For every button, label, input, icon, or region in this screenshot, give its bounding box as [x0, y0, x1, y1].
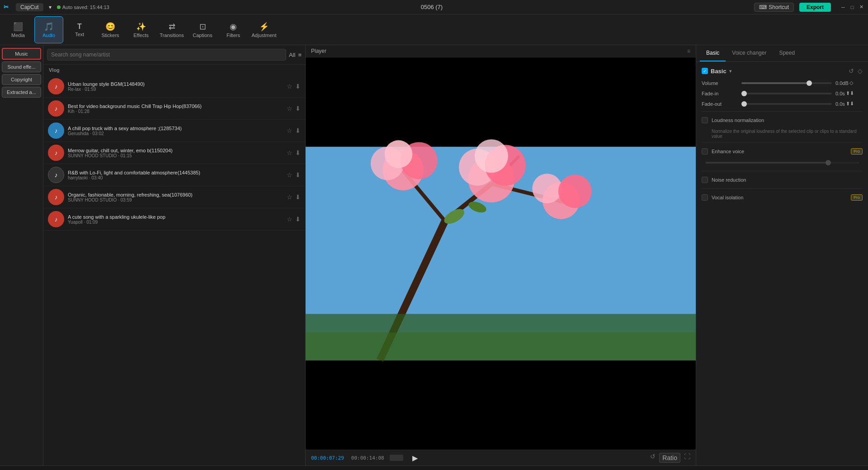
shortcut-button[interactable]: ⌨ Shortcut — [754, 3, 794, 12]
favorite-icon[interactable]: ☆ — [287, 127, 292, 134]
loudness-checkbox[interactable] — [702, 117, 708, 123]
song-thumbnail: ♪ — [48, 100, 64, 117]
song-thumbnail: ♪ — [48, 145, 64, 161]
song-item[interactable]: ♪ Best for video background music Chill … — [43, 98, 305, 120]
save-indicator — [57, 5, 61, 9]
divider3 — [702, 171, 863, 171]
media-icon: ⬛ — [13, 22, 23, 32]
tab-voice-changer[interactable]: Voice changer — [726, 45, 773, 61]
filter-icon[interactable]: ≡ — [298, 52, 302, 58]
song-item[interactable]: ♪ Merrow guitar, chill out, winter, emo … — [43, 142, 305, 164]
toolbar-audio[interactable]: 🎵 Audio — [34, 16, 63, 43]
time-current: 00:00:07:29 — [311, 455, 344, 461]
extracted-tab[interactable]: Extracted a... — [2, 87, 41, 98]
export-button[interactable]: Export — [799, 3, 831, 12]
song-info: Merrow guitar, chill out, winter, emo b(… — [68, 148, 283, 158]
fade-out-adjust[interactable]: ⬆⬇ — [846, 101, 854, 107]
music-tab[interactable]: Music — [2, 48, 41, 60]
toolbar-adjustment[interactable]: ⚡ Adjustment — [250, 16, 278, 43]
song-info: A cute song with a sparkling ukulele-lik… — [68, 214, 283, 225]
vocal-isolation-label: Vocal isolation — [712, 195, 847, 200]
download-icon[interactable]: ⬇ — [295, 171, 301, 179]
text-icon: T — [77, 23, 82, 31]
ratio-button[interactable]: Ratio — [659, 453, 680, 463]
player-header: Player ≡ — [306, 45, 696, 57]
favorite-icon[interactable]: ☆ — [287, 216, 292, 223]
toolbar-media[interactable]: ⬛ Media — [4, 16, 33, 43]
download-icon[interactable]: ⬇ — [295, 83, 301, 90]
play-button[interactable]: ▶ — [412, 454, 418, 462]
volume-thumb[interactable] — [807, 80, 812, 86]
song-item[interactable]: ♪ Organic, fashionable, morning, refresh… — [43, 186, 305, 208]
fade-out-thumb[interactable] — [741, 101, 747, 107]
undo-icon[interactable]: ↺ — [849, 67, 854, 75]
favorite-icon[interactable]: ☆ — [287, 83, 292, 90]
copyright-tab[interactable]: Copyright — [2, 74, 41, 85]
reset-icon[interactable]: ◇ — [858, 67, 863, 75]
toolbar-effects[interactable]: ✨ Effects — [127, 16, 156, 43]
enhance-voice-checkbox[interactable] — [702, 148, 708, 155]
download-icon[interactable]: ⬇ — [295, 105, 301, 112]
media-label: Media — [11, 33, 25, 38]
basic-checkbox[interactable]: ✓ — [702, 68, 708, 74]
loudness-normalization-block: Loudness normalization Normalize the ori… — [702, 115, 863, 139]
song-item[interactable]: ♪ A cute song with a sparkling ukulele-l… — [43, 208, 305, 230]
volume-adjust-icon[interactable]: ◇ — [849, 80, 853, 86]
toolbar-transitions[interactable]: ⇄ Transitions — [157, 16, 186, 43]
transitions-icon: ⇄ — [169, 22, 175, 32]
favorite-icon[interactable]: ☆ — [287, 149, 292, 156]
fullscreen-icon[interactable]: ⛶ — [684, 453, 690, 463]
player-icons: ↺ Ratio ⛶ — [650, 453, 690, 463]
toolbar-text[interactable]: T Text — [65, 16, 94, 43]
toolbar-captions[interactable]: ⊡ Captions — [188, 16, 217, 43]
search-input[interactable] — [47, 49, 286, 61]
maximize-button[interactable]: □ — [849, 4, 855, 10]
fade-in-row: Fade-in 0.0s ⬆⬇ — [702, 90, 863, 96]
basic-check: ✓ Basic ▾ — [702, 68, 732, 75]
fade-in-thumb[interactable] — [741, 91, 747, 96]
fade-in-adjust[interactable]: ⬆⬇ — [846, 90, 854, 96]
favorite-icon[interactable]: ☆ — [287, 171, 292, 179]
song-title: A chill pop truck with a sexy atmosphere… — [68, 126, 231, 131]
song-title: A cute song with a sparkling ukulele-lik… — [68, 214, 231, 220]
song-info: A chill pop truck with a sexy atmosphere… — [68, 126, 283, 136]
fade-in-slider[interactable] — [741, 93, 832, 94]
player-menu-icon[interactable]: ≡ — [687, 48, 690, 54]
tab-basic[interactable]: Basic — [700, 45, 726, 61]
right-tabs: Basic Voice changer Speed — [696, 45, 868, 62]
music-panel: All ≡ Vlog ♪ Urban lounge style BGM(1148… — [43, 45, 306, 465]
noise-reduction-checkbox[interactable] — [702, 177, 708, 183]
favorite-icon[interactable]: ☆ — [287, 105, 292, 112]
filter-button[interactable]: All — [289, 52, 295, 58]
svg-rect-20 — [306, 333, 696, 361]
song-info: Best for video background music Chill Tr… — [68, 103, 283, 114]
loop-icon[interactable]: ↺ — [650, 453, 656, 463]
volume-fill — [741, 82, 809, 84]
loudness-label: Loudness normalization — [712, 118, 863, 123]
favorite-icon[interactable]: ☆ — [287, 193, 292, 201]
song-item[interactable]: ♪ R&B with Lo-Fi, light and comfortable … — [43, 164, 305, 186]
noise-reduction-label: Noise reduction — [712, 177, 863, 183]
toolbar-stickers[interactable]: 😊 Stickers — [96, 16, 125, 43]
toolbar-filters[interactable]: ◉ Filters — [219, 16, 248, 43]
song-item[interactable]: ♪ Urban lounge style BGM(1148490) Re-lax… — [43, 75, 305, 98]
sound-effects-tab[interactable]: Sound effe... — [2, 61, 41, 72]
tab-speed[interactable]: Speed — [773, 45, 801, 61]
download-icon[interactable]: ⬇ — [295, 216, 301, 223]
adjustment-icon: ⚡ — [259, 22, 269, 32]
download-icon[interactable]: ⬇ — [295, 149, 301, 156]
download-icon[interactable]: ⬇ — [295, 127, 301, 134]
basic-dropdown-icon[interactable]: ▾ — [729, 68, 732, 74]
fade-out-slider[interactable] — [741, 103, 832, 105]
vocal-isolation-checkbox[interactable] — [702, 194, 708, 201]
minimize-button[interactable]: ─ — [840, 4, 846, 10]
captions-icon: ⊡ — [199, 22, 206, 32]
svg-point-13 — [475, 139, 508, 173]
song-item[interactable]: ♪ A chill pop truck with a sexy atmosphe… — [43, 120, 305, 142]
menu-button[interactable]: CapCut — [16, 3, 43, 11]
volume-slider[interactable] — [741, 82, 832, 84]
download-icon[interactable]: ⬇ — [295, 193, 301, 201]
fade-out-label: Fade-out — [702, 101, 738, 107]
song-info: Organic, fashionable, morning, refreshin… — [68, 192, 283, 202]
close-button[interactable]: ✕ — [858, 4, 864, 10]
